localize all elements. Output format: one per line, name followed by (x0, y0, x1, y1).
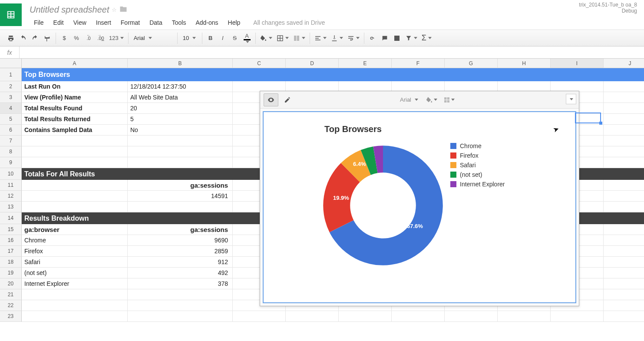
cell[interactable]: 12/18/2014 12:37:50 (128, 81, 233, 92)
borders-button[interactable] (275, 33, 291, 44)
cell[interactable] (233, 311, 286, 322)
row-header[interactable]: 2 (0, 81, 22, 92)
cell[interactable] (604, 114, 644, 125)
chart-font-select[interactable]: Arial (396, 94, 422, 106)
cell[interactable] (604, 125, 644, 136)
cell[interactable] (604, 278, 644, 289)
cell[interactable]: 9690 (128, 235, 233, 246)
cell[interactable] (339, 311, 392, 322)
cell[interactable] (22, 289, 128, 300)
cell[interactable] (22, 311, 128, 322)
insert-chart-icon[interactable] (391, 33, 403, 44)
functions-icon[interactable]: Σ (420, 33, 433, 44)
cell[interactable] (604, 146, 644, 157)
cell[interactable]: Contains Sampled Data (22, 125, 128, 136)
bold-button[interactable]: B (205, 33, 216, 44)
chart-layout-icon[interactable] (442, 93, 456, 106)
cell[interactable] (604, 311, 644, 322)
cell[interactable]: 14591 (128, 191, 233, 202)
select-all-corner[interactable] (0, 59, 22, 68)
cell[interactable]: 378 (128, 278, 233, 289)
cell[interactable] (604, 180, 644, 191)
row-header[interactable]: 3 (0, 92, 22, 103)
undo-icon[interactable] (17, 33, 29, 44)
row-header[interactable]: 18 (0, 257, 22, 268)
row-header[interactable]: 9 (0, 157, 22, 168)
cell[interactable] (128, 311, 233, 322)
menu-format[interactable]: Format (116, 17, 144, 28)
row-header[interactable]: 11 (0, 180, 22, 191)
cell[interactable] (22, 191, 128, 202)
row-header[interactable]: 8 (0, 146, 22, 157)
text-color-button[interactable]: A (241, 33, 253, 44)
cell[interactable] (128, 300, 233, 311)
italic-button[interactable]: I (217, 33, 228, 44)
cell[interactable] (392, 311, 445, 322)
col-header-g[interactable]: G (445, 59, 498, 68)
row-header[interactable]: 14 (0, 212, 22, 224)
col-header-j[interactable]: J (604, 59, 644, 68)
cell[interactable]: ga:sessions (128, 180, 233, 191)
merge-cells-button[interactable] (291, 33, 307, 44)
sheets-logo-icon[interactable] (0, 3, 22, 26)
banner-top-browsers[interactable]: Top Browsers (22, 68, 644, 81)
row-header[interactable]: 6 (0, 125, 22, 136)
cell[interactable]: Safari (22, 257, 128, 268)
col-header-i[interactable]: I (551, 59, 604, 68)
row-header[interactable]: 7 (0, 136, 22, 146)
row-header[interactable]: 4 (0, 103, 22, 114)
col-header-d[interactable]: D (286, 59, 339, 68)
cell[interactable] (604, 224, 644, 235)
cell[interactable] (604, 92, 644, 103)
halign-button[interactable] (313, 33, 328, 44)
cell[interactable] (604, 191, 644, 202)
cell[interactable] (128, 136, 233, 146)
folder-icon[interactable] (119, 5, 127, 14)
increase-decimal-button[interactable]: .00→ (95, 33, 106, 44)
doc-title[interactable]: Untitled spreadsheet (30, 5, 109, 15)
cell[interactable]: ga:browser (22, 224, 128, 235)
cell[interactable] (128, 202, 233, 212)
text-wrap-button[interactable] (346, 33, 361, 44)
more-formats-button[interactable]: 123 (107, 33, 125, 44)
col-header-f[interactable]: F (392, 59, 445, 68)
cell[interactable] (128, 289, 233, 300)
row-header[interactable]: 1 (0, 68, 22, 81)
cell[interactable] (604, 235, 644, 246)
col-header-b[interactable]: B (128, 59, 233, 68)
cell[interactable] (22, 202, 128, 212)
menu-addons[interactable]: Add-ons (191, 17, 222, 28)
embedded-chart[interactable]: Arial Top Browsers 67.6% 19.9% 6.4% Chro… (260, 91, 579, 306)
chart-edit-mode-icon[interactable] (280, 93, 295, 106)
cell[interactable] (22, 300, 128, 311)
menu-data[interactable]: Data (145, 17, 167, 28)
cell[interactable] (22, 180, 128, 191)
cell[interactable] (128, 157, 233, 168)
row-header[interactable]: 17 (0, 246, 22, 257)
format-currency-button[interactable]: $ (59, 33, 70, 44)
row-header[interactable]: 19 (0, 268, 22, 278)
row-header[interactable]: 22 (0, 300, 22, 311)
print-icon[interactable] (5, 33, 17, 44)
cell[interactable] (604, 300, 644, 311)
paint-format-icon[interactable] (42, 33, 53, 44)
row-header[interactable]: 20 (0, 278, 22, 289)
cell[interactable]: 2859 (128, 246, 233, 257)
decrease-decimal-button[interactable]: .0← (83, 33, 94, 44)
redo-icon[interactable] (30, 33, 41, 44)
insert-link-icon[interactable] (367, 33, 378, 44)
cell[interactable]: View (Profile) Name (22, 92, 128, 103)
cell[interactable] (22, 136, 128, 146)
cell[interactable] (604, 202, 644, 212)
row-header[interactable]: 5 (0, 114, 22, 125)
cell[interactable]: Chrome (22, 235, 128, 246)
insert-comment-icon[interactable] (379, 33, 390, 44)
chart-fill-color-icon[interactable] (424, 93, 439, 106)
col-header-c[interactable]: C (233, 59, 286, 68)
cell[interactable]: Total Results Found (22, 103, 128, 114)
cell[interactable] (604, 257, 644, 268)
menu-tools[interactable]: Tools (168, 17, 191, 28)
menu-edit[interactable]: Edit (49, 17, 68, 28)
cell[interactable] (604, 246, 644, 257)
fill-color-button[interactable] (258, 33, 274, 44)
